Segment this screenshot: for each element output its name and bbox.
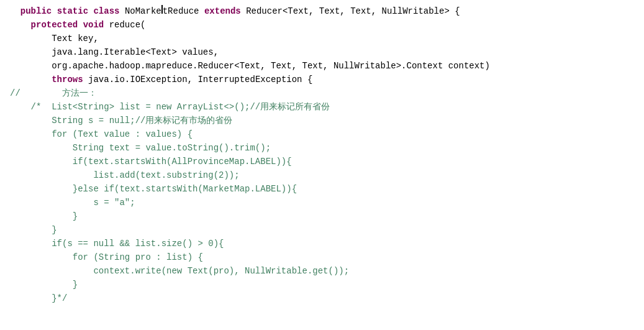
code-line: public static class NoMarketReduce exten… <box>0 5 644 19</box>
code-token: String s = null;//用来标记有市场的省份 <box>10 114 232 127</box>
code-line: java.lang.Iterable<Text> values, <box>0 46 644 60</box>
code-token: tReduce <box>163 5 199 18</box>
code-line: /* List<String> list = new ArrayList<>()… <box>0 101 644 114</box>
code-token: context.write(new Text(pro), NullWritabl… <box>10 265 349 278</box>
code-line: throws java.io.IOException, InterruptedE… <box>0 73 644 87</box>
code-token: for (Text value : values) { <box>10 128 193 141</box>
code-token: protected <box>31 19 78 32</box>
code-token <box>10 5 20 18</box>
code-token <box>199 5 204 18</box>
code-token: } <box>10 210 78 223</box>
code-line: } <box>0 278 644 292</box>
code-line: Text key, <box>0 32 644 46</box>
code-token <box>88 5 93 18</box>
code-token: java.io.IOException, InterruptedExceptio… <box>83 73 313 86</box>
code-token: list.add(text.substring(2)); <box>10 169 240 182</box>
code-line: }else if(text.startsWith(MarketMap.LABEL… <box>0 183 644 196</box>
code-token: extends <box>204 5 241 18</box>
code-token: Text key, <box>10 32 99 45</box>
code-token <box>10 19 31 32</box>
code-line: context.write(new Text(pro), NullWritabl… <box>0 265 644 278</box>
code-token: // 方法一： <box>10 87 97 100</box>
code-line: // 方法一： <box>0 87 644 101</box>
code-token <box>78 19 83 32</box>
code-line: }*/ <box>0 292 644 306</box>
code-token: s = "a"; <box>10 196 135 209</box>
code-editor: public static class NoMarketReduce exten… <box>0 0 644 330</box>
code-token <box>10 73 52 86</box>
code-token: for (String pro : list) { <box>10 251 203 264</box>
code-line: list.add(text.substring(2)); <box>0 169 644 183</box>
code-line: for (String pro : list) { <box>0 251 644 265</box>
code-line: org.apache.hadoop.mapreduce.Reducer<Text… <box>0 60 644 73</box>
code-line: String text = value.toString().trim(); <box>0 142 644 155</box>
code-token: } <box>10 224 57 237</box>
code-token: } <box>10 278 78 291</box>
code-line: s = "a"; <box>0 196 644 210</box>
code-token: reduce( <box>104 19 145 32</box>
code-token <box>52 5 57 18</box>
code-token: java.lang.Iterable<Text> values, <box>10 46 219 59</box>
code-token: /* List<String> list = new ArrayList<>()… <box>10 101 330 114</box>
code-line: protected void reduce( <box>0 19 644 32</box>
code-line: if(s == null && list.size() > 0){ <box>0 237 644 251</box>
code-token: public <box>20 5 52 18</box>
code-line: } <box>0 224 644 237</box>
code-token: }else if(text.startsWith(MarketMap.LABEL… <box>10 183 297 196</box>
code-token: NoMarke <box>119 5 161 18</box>
code-token: String text = value.toString().trim(); <box>10 142 271 155</box>
code-token: static <box>57 5 88 18</box>
code-token: }*/ <box>10 292 67 305</box>
code-line: if(text.startsWith(AllProvinceMap.LABEL)… <box>0 155 644 169</box>
code-token: if(text.startsWith(AllProvinceMap.LABEL)… <box>10 155 292 168</box>
code-line: } <box>0 210 644 224</box>
code-token: class <box>93 5 119 18</box>
code-line: String s = null;//用来标记有市场的省份 <box>0 114 644 128</box>
code-line: for (Text value : values) { <box>0 128 644 142</box>
code-token: Reducer<Text, Text, Text, NullWritable> … <box>241 5 460 18</box>
code-token: org.apache.hadoop.mapreduce.Reducer<Text… <box>10 60 490 73</box>
code-token: if(s == null && list.size() > 0){ <box>10 237 224 250</box>
code-token: throws <box>52 73 83 86</box>
code-token: void <box>83 19 104 32</box>
